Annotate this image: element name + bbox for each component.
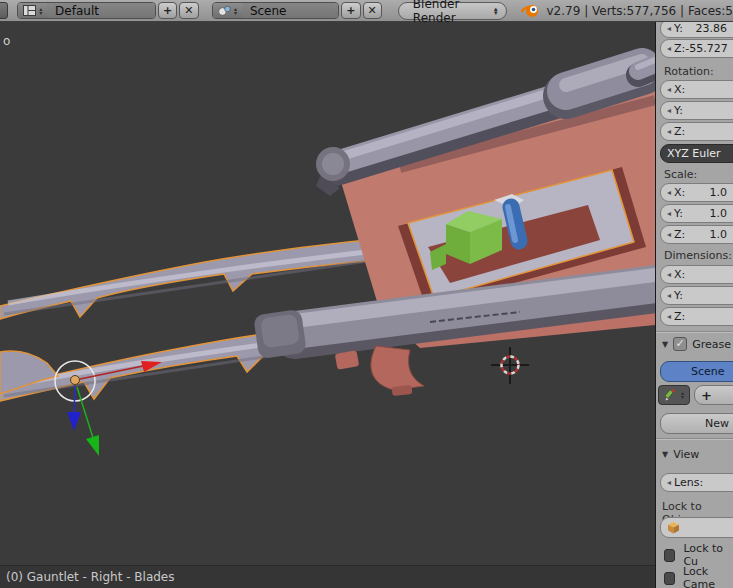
delete-layout-button[interactable]: ✕ [179,2,198,19]
properties-panel: ◂ Y: 23.86 ◂ Z: -55.727 Rotation: ◂ X: ◂… [655,22,733,588]
scene-name[interactable]: Scene [242,3,338,18]
rotation-mode-dropdown[interactable]: XYZ Euler [660,144,733,163]
grease-pencil-checkbox[interactable]: ✓ [673,337,687,351]
grease-add-button[interactable]: + [694,385,733,405]
scene-icon: ▴▾ [213,3,242,18]
3d-scene[interactable] [0,22,655,565]
rotation-x-field[interactable]: ◂ X: [660,80,733,99]
collapse-triangle-icon[interactable]: ▼ [662,450,668,459]
slider-left-icon[interactable]: ◂ [667,478,671,487]
location-y-field[interactable]: ◂ Y: 23.86 [660,22,733,38]
pencil-icon [664,389,677,402]
slider-left-icon[interactable]: ◂ [667,188,671,197]
panel-separator [656,438,733,440]
grease-pencil-data-selector[interactable]: ▴▾ [658,385,690,405]
render-engine-dropdown[interactable]: Blender Render ▴▾ [398,2,507,20]
info-header: ▴▾ Default + ✕ ▴▾ Scene + ✕ Blender Rend… [0,0,733,22]
3d-viewport[interactable]: o [0,22,655,565]
view-panel-header[interactable]: ▼ View [662,448,699,461]
scale-label: Scale: [664,168,697,181]
lock-camera-row[interactable]: Lock Came [664,565,733,588]
active-object-name: (0) Gauntlet - Right - Blades [0,565,655,588]
blender-window: ▴▾ Default + ✕ ▴▾ Scene + ✕ Blender Rend… [0,0,733,588]
grease-scene-tab[interactable]: Scene [660,361,733,382]
slider-left-icon[interactable]: ◂ [667,230,671,239]
delete-scene-button[interactable]: ✕ [363,2,382,19]
rotation-label: Rotation: [664,65,714,78]
scale-y-field[interactable]: ◂ Y: 1.0 [660,204,733,223]
location-z-field[interactable]: ◂ Z: -55.727 [660,39,733,58]
lock-to-cursor-checkbox[interactable] [664,549,675,562]
grease-pencil-panel-header[interactable]: ▼ ✓ Grease [662,337,731,351]
slider-left-icon[interactable]: ◂ [667,291,671,300]
viewport-overlay-text: o [3,34,10,48]
layout-name[interactable]: Default [47,3,155,18]
add-scene-button[interactable]: + [341,2,360,19]
lens-field[interactable]: ◂ Lens: [660,473,733,492]
layout-icon: ▴▾ [18,3,47,18]
slider-left-icon[interactable]: ◂ [667,44,671,53]
slider-left-icon[interactable]: ◂ [667,85,671,94]
new-layer-button[interactable]: New L [660,413,733,434]
slider-left-icon[interactable]: ◂ [667,127,671,136]
lock-object-field[interactable] [660,517,733,538]
dimensions-y-field[interactable]: ◂ Y: [660,286,733,305]
slider-left-icon[interactable]: ◂ [667,106,671,115]
collapse-triangle-icon[interactable]: ▼ [662,340,668,349]
screen-layout-selector[interactable]: ▴▾ Default [17,2,156,19]
dimensions-z-field[interactable]: ◂ Z: [660,307,733,326]
dimensions-x-field[interactable]: ◂ X: [660,265,733,284]
stepper-arrows-icon: ▴▾ [681,391,684,399]
slider-left-icon[interactable]: ◂ [667,312,671,321]
panel-separator [656,331,733,333]
object-origin [71,376,80,385]
dropdown-arrows-icon: ▴▾ [494,7,498,15]
stepper-arrows-icon: ▴▾ [39,7,42,15]
engine-name: Blender Render [413,0,492,25]
scale-z-field[interactable]: ◂ Z: 1.0 [660,225,733,244]
rotation-y-field[interactable]: ◂ Y: [660,101,733,120]
slider-left-icon[interactable]: ◂ [667,270,671,279]
editor-type-icon[interactable] [0,2,8,19]
add-layout-button[interactable]: + [158,2,177,19]
slider-left-icon[interactable]: ◂ [667,24,671,33]
lock-camera-checkbox[interactable] [664,572,675,585]
blender-logo-icon [521,3,539,19]
scene-statistics: v2.79 | Verts:577,756 | Faces:5 [547,4,733,18]
dimensions-label: Dimensions: [664,249,732,262]
slider-left-icon[interactable]: ◂ [667,209,671,218]
scale-x-field[interactable]: ◂ X: 1.0 [660,183,733,202]
stepper-arrows-icon: ▴▾ [234,7,237,15]
object-cube-icon [667,521,680,534]
scene-selector[interactable]: ▴▾ Scene [212,2,339,19]
rotation-z-field[interactable]: ◂ Z: [660,122,733,141]
